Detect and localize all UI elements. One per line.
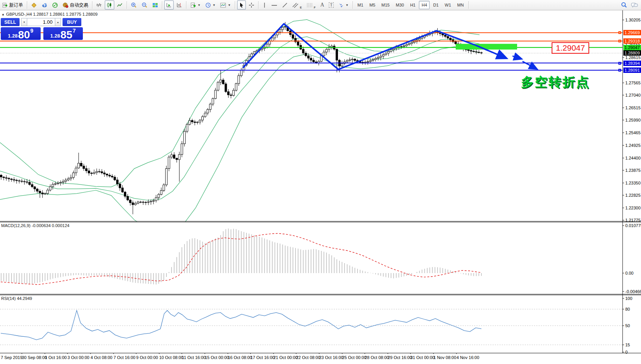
volume-down-button[interactable]: ▼ bbox=[21, 18, 27, 26]
sell-button[interactable]: SELL bbox=[1, 18, 20, 26]
date-label: 3 Oct 00:00 bbox=[68, 355, 89, 360]
date-label: 31 Oct 00:00 bbox=[410, 355, 435, 360]
date-label: 17 Oct 16:00 bbox=[250, 355, 275, 360]
macd-pane bbox=[1, 229, 481, 285]
price-badge: 1.29047 bbox=[623, 45, 641, 50]
date-label: 28 Oct 08:00 bbox=[365, 355, 389, 360]
price-tick-label: 1.23350 bbox=[625, 181, 641, 185]
buy-price-display[interactable]: 1.28 85 7 bbox=[43, 27, 83, 40]
date-label: 25 Oct 00:00 bbox=[342, 355, 366, 360]
rsi-axis-label: 100 bbox=[625, 296, 632, 301]
date-label: 7 Oct 16:00 bbox=[114, 355, 135, 360]
mt4-window: 新订单 自动交易 bbox=[0, 0, 641, 364]
date-label: 4 Oct 08:00 bbox=[91, 355, 112, 360]
date-label: 29 Oct 16:00 bbox=[388, 355, 412, 360]
forecast-arrow[interactable] bbox=[512, 56, 521, 59]
price-tick-label: 1.27040 bbox=[625, 93, 641, 97]
macd-label: MACD(12,26,9) -0.000634 0.000124 bbox=[1, 223, 69, 228]
price-tick-label: 1.23875 bbox=[625, 168, 641, 173]
buy-price-small: 1.28 bbox=[50, 33, 60, 38]
price-tick-label: 1.25465 bbox=[625, 130, 641, 135]
rsi-axis-label: 80 bbox=[625, 307, 630, 311]
buy-price-pip: 7 bbox=[73, 28, 76, 34]
sell-price-big: 80 bbox=[18, 30, 30, 40]
price-badge: 1.29318 bbox=[623, 38, 641, 44]
bollinger-middle-band bbox=[0, 37, 480, 200]
sell-price-pip: 9 bbox=[30, 28, 33, 34]
price-tick-label: 1.24400 bbox=[625, 156, 641, 160]
price-tick-label: 1.24925 bbox=[625, 143, 641, 148]
highlight-rectangle[interactable] bbox=[456, 44, 517, 49]
price-tick-label: 1.30205 bbox=[625, 18, 641, 22]
price-badge: 1.28091 bbox=[623, 68, 641, 73]
rsi-label: RSI(14) 44.2949 bbox=[1, 296, 32, 301]
date-label: 10 Oct 08:00 bbox=[159, 355, 183, 360]
date-label: 7 Sep 2019 bbox=[1, 355, 22, 360]
buy-price-big: 85 bbox=[60, 30, 72, 40]
date-label: 30 Sep 08:00 bbox=[22, 355, 47, 360]
rsi-axis-label: 0 bbox=[625, 350, 628, 354]
price-tick-label: 1.25990 bbox=[625, 118, 641, 122]
symbol-ohlc-text: GBPUSD-,H4 1.28817 1.28861 1.28775 1.288… bbox=[6, 12, 98, 16]
volume-input[interactable]: 1.00 bbox=[27, 18, 55, 26]
volume-up-button[interactable]: ▲ bbox=[55, 18, 61, 26]
main-pane bbox=[0, 20, 623, 234]
collapse-triangle-icon[interactable]: ▲ bbox=[2, 13, 5, 16]
symbol-ohlc-line: ▲ GBPUSD-,H4 1.28817 1.28861 1.28775 1.2… bbox=[2, 12, 97, 16]
date-label: 16 Oct 08:00 bbox=[228, 355, 252, 360]
chart-canvas: 1.302051.291551.286151.275651.270401.265… bbox=[0, 0, 641, 364]
price-tick-label: 1.22300 bbox=[625, 206, 641, 210]
date-label: 22 Oct 08:00 bbox=[296, 355, 320, 360]
rsi-line bbox=[1, 310, 481, 340]
sell-price-small: 1.28 bbox=[8, 33, 18, 38]
price-badge: 1.28394 bbox=[623, 61, 641, 66]
date-label: 4 Nov 16:00 bbox=[456, 355, 479, 360]
rsi-axis-label: 50 bbox=[625, 323, 630, 328]
price-tick-label: 1.28615 bbox=[625, 55, 641, 60]
price-badge: 1.28809 bbox=[623, 50, 641, 56]
date-label: 9 Oct 00:00 bbox=[136, 355, 158, 360]
macd-axis-label: 0.010775 bbox=[625, 223, 641, 228]
price-tick-label: 1.27565 bbox=[625, 81, 641, 85]
buy-button[interactable]: BUY bbox=[63, 18, 81, 26]
date-label: 1 Nov 08:00 bbox=[433, 355, 456, 360]
turning-point-annotation: 多空转折点 bbox=[521, 74, 590, 91]
date-label: 23 Oct 16:00 bbox=[319, 355, 343, 360]
price-tick-label: 1.26515 bbox=[625, 105, 641, 110]
macd-axis-label: -0.004668 bbox=[625, 289, 641, 294]
date-label: 21 Oct 00:00 bbox=[274, 355, 298, 360]
price-tick-label: 1.22825 bbox=[625, 193, 641, 198]
price-tick-label: 1.21775 bbox=[625, 218, 641, 222]
bollinger-lower-band bbox=[0, 47, 480, 234]
date-label: 1 Oct 16:00 bbox=[45, 355, 67, 360]
date-label: 15 Oct 00:00 bbox=[205, 355, 229, 360]
date-label: 11 Oct 16:00 bbox=[182, 355, 206, 360]
date-axis: 7 Sep 201930 Sep 08:001 Oct 16:003 Oct 0… bbox=[1, 353, 479, 360]
one-click-trading-panel: SELL ▼ 1.00 ▲ BUY 1.28 80 9 1.28 85 7 bbox=[1, 18, 83, 40]
sell-price-display[interactable]: 1.28 80 9 bbox=[1, 27, 41, 40]
macd-axis-label: 0.00 bbox=[625, 271, 633, 275]
chart-frame bbox=[0, 10, 641, 353]
price-badge: 1.29669 bbox=[623, 30, 641, 35]
price-callout-box[interactable]: 1.29047 bbox=[552, 42, 589, 54]
forecast-arrow[interactable] bbox=[522, 61, 536, 69]
rsi-axis-label: 15 bbox=[625, 343, 630, 347]
